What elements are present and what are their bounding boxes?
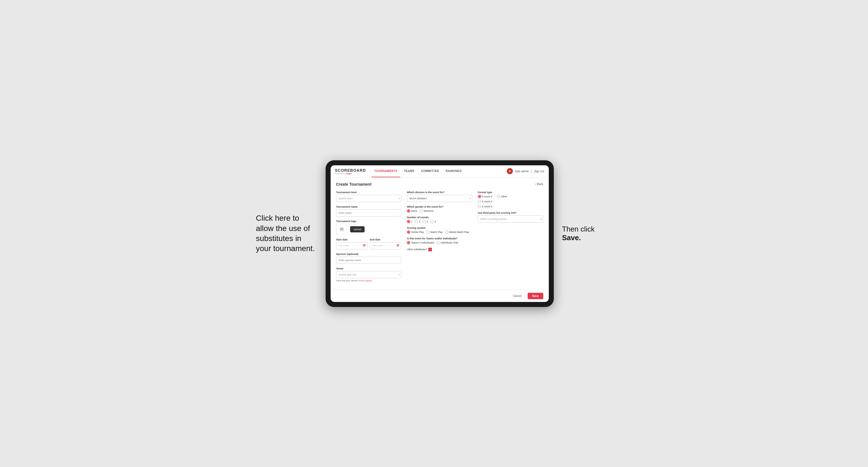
round-1[interactable]: 1 — [407, 220, 412, 223]
tournament-host-select[interactable]: Search team — [336, 195, 402, 202]
tab-teams[interactable]: TEAMS — [401, 165, 417, 178]
sign-out-link[interactable]: Sign out — [534, 170, 544, 173]
allow-substitutes-checkbox[interactable]: ✓ — [428, 248, 432, 251]
gender-radio-group: Mens Womens — [407, 209, 472, 213]
format-options: 5 count 4 Other — [478, 195, 543, 208]
end-date-input[interactable]: Pick a date 📅 — [370, 242, 401, 249]
individuals-only[interactable]: Individuals Only — [436, 241, 458, 244]
form-col-right: Format type 5 count 4 Other — [478, 191, 543, 285]
venue-wrapper: Search golf club ▾ — [336, 271, 402, 278]
form-col-middle: Which division is the event for? NCAA Di… — [407, 191, 472, 285]
radio-r4-icon — [430, 220, 434, 223]
division-wrapper: NCAA Division I NCAA Division II NCAA Di… — [407, 195, 472, 202]
logo: SCOREBOARD Powered by clippd — [335, 168, 366, 175]
tab-tournaments[interactable]: TOURNAMENTS — [372, 165, 400, 178]
sponsor-input[interactable] — [336, 257, 402, 264]
allow-substitutes-group: Allow substitutes? ✓ — [407, 248, 472, 251]
tournament-name-group: Tournament name — [336, 206, 402, 217]
form-grid: Tournament Host Search team ▾ Tournament… — [336, 191, 543, 285]
scoring-service-select[interactable]: Select a scoring service — [478, 215, 543, 223]
start-date-label: Start date — [336, 238, 368, 241]
user-name: blair admin — [515, 170, 529, 173]
radio-r2-icon — [415, 220, 418, 223]
sponsor-group: Sponsor (optional) — [336, 253, 402, 264]
date-inputs: Pick a date 📅 Pick a date 📅 — [336, 242, 402, 249]
gender-womens[interactable]: Womens — [420, 209, 433, 213]
round-4[interactable]: 4 — [430, 220, 436, 223]
end-date-label: End date — [370, 238, 401, 241]
radio-stroke-icon — [407, 230, 410, 234]
division-select[interactable]: NCAA Division I NCAA Division II NCAA Di… — [407, 195, 472, 202]
format-other[interactable]: Other — [497, 195, 507, 198]
logo-text: SCOREBOARD — [335, 168, 366, 173]
form-footer: Cancel Save — [331, 290, 549, 302]
start-date-input[interactable]: Pick a date 📅 — [336, 242, 368, 249]
scoring-api-label: Use third-party live scoring API? — [478, 212, 543, 214]
rounds-label: Number of rounds — [407, 216, 472, 219]
gender-mens[interactable]: Mens — [407, 209, 417, 213]
radio-medal-icon — [445, 230, 448, 234]
rounds-radio-group: 1 2 3 — [407, 220, 472, 223]
page-header: Create Tournament ‹ Back — [336, 182, 543, 186]
scoring-radio-group: Stroke Play Match Play Medal Match Play — [407, 230, 472, 234]
tournament-host-wrapper: Search team ▾ — [336, 195, 402, 202]
gender-group: Which gender is the event for? Mens Wome… — [407, 206, 472, 213]
gender-label: Which gender is the event for? — [407, 206, 472, 208]
round-3[interactable]: 3 — [423, 220, 428, 223]
powered-by: Powered by clippd — [335, 173, 366, 175]
page-title: Create Tournament — [336, 182, 372, 186]
round-2[interactable]: 2 — [415, 220, 420, 223]
format-5count4[interactable]: 5 count 4 — [478, 195, 492, 198]
radio-individuals-icon — [436, 241, 440, 244]
tournament-host-group: Tournament Host Search team ▾ — [336, 191, 402, 202]
radio-r1-icon — [407, 220, 410, 223]
email-support-link[interactable]: email support — [359, 279, 372, 282]
tablet-frame: SCOREBOARD Powered by clippd TOURNAMENTS… — [326, 160, 554, 307]
user-area: B blair admin | Sign out — [507, 168, 544, 174]
calendar-icon: 📅 — [363, 244, 366, 247]
calendar-icon: 📅 — [396, 244, 399, 247]
tournament-logo-group: Tournament logo Upload — [336, 220, 402, 235]
venue-label: Venue — [336, 267, 402, 270]
back-button[interactable]: ‹ Back — [535, 183, 543, 186]
venue-group: Venue Search golf club ▾ Can't find your… — [336, 267, 402, 282]
scoring-api-group: Use third-party live scoring API? Select… — [478, 212, 543, 223]
right-annotation: Then click Save. — [562, 225, 612, 242]
format-row-3: 6 count 5 — [478, 205, 543, 208]
tournament-logo-label: Tournament logo — [336, 220, 402, 223]
radio-5count4-icon — [478, 195, 481, 198]
tab-rankings[interactable]: RANKINGS — [443, 165, 464, 178]
page-content: Create Tournament ‹ Back Tournament Host… — [331, 178, 549, 290]
tournament-name-input[interactable] — [336, 209, 402, 217]
radio-r3-icon — [423, 220, 426, 223]
medal-match-play[interactable]: Medal Match Play — [445, 230, 469, 234]
tournament-host-label: Tournament Host — [336, 191, 402, 194]
save-button[interactable]: Save — [528, 293, 543, 299]
radio-womens-icon — [420, 209, 423, 213]
event-for-label: Is this event for Teams and/or Individua… — [407, 237, 472, 240]
division-label: Which division is the event for? — [407, 191, 472, 194]
radio-mens-icon — [407, 209, 410, 213]
stroke-play[interactable]: Stroke Play — [407, 230, 424, 234]
format-type-label: Format type — [478, 191, 543, 194]
separator: | — [531, 170, 532, 173]
format-row-1: 5 count 4 Other — [478, 195, 543, 198]
date-labels: Start date End date — [336, 238, 402, 241]
radio-teams-icon — [407, 241, 410, 244]
event-for-group: Is this event for Teams and/or Individua… — [407, 237, 472, 244]
cancel-button[interactable]: Cancel — [509, 293, 525, 299]
format-6count4[interactable]: 6 count 4 — [478, 200, 492, 203]
upload-button[interactable]: Upload — [350, 226, 365, 232]
format-6count5[interactable]: 6 count 5 — [478, 205, 492, 208]
navbar: SCOREBOARD Powered by clippd TOURNAMENTS… — [331, 165, 549, 178]
form-col-left: Tournament Host Search team ▾ Tournament… — [336, 191, 402, 285]
allow-substitutes-label: Allow substitutes? — [407, 248, 427, 251]
allow-substitutes-row: Allow substitutes? ✓ — [407, 248, 472, 251]
sponsor-label: Sponsor (optional) — [336, 253, 402, 255]
match-play[interactable]: Match Play — [426, 230, 443, 234]
radio-match-icon — [426, 230, 429, 234]
teams-individuals[interactable]: Teams (+Individuals) — [407, 241, 434, 244]
logo-upload-row: Upload — [336, 224, 402, 235]
tab-committee[interactable]: COMMITTEE — [418, 165, 442, 178]
venue-select[interactable]: Search golf club — [336, 271, 402, 278]
